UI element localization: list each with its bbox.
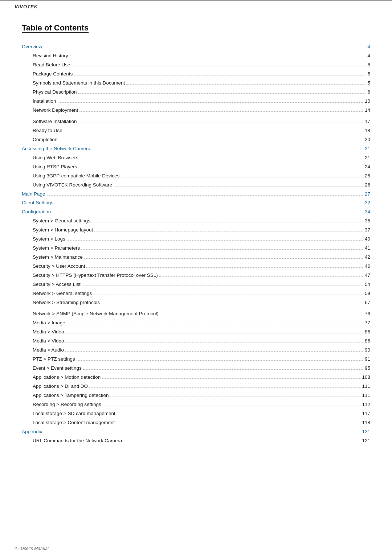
- toc-entry-page: 40: [365, 235, 370, 244]
- toc-entry-text[interactable]: Overview: [22, 42, 42, 52]
- toc-entry-text[interactable]: Main Page: [22, 190, 45, 199]
- toc-entry-dots: [77, 360, 363, 361]
- toc-entry-text: PTZ > PTZ settings: [33, 355, 75, 364]
- toc-entry: Completion20: [22, 135, 370, 144]
- toc-entry: Appendix121: [22, 427, 370, 436]
- toc-entry-dots: [65, 342, 363, 342]
- toc-entry-text: System > Homepage layout: [33, 226, 93, 235]
- toc-entry-text: Network Deployment: [33, 106, 78, 115]
- toc-entry-text: Using 3GPP-compatible Mobile Devices: [33, 172, 119, 181]
- toc-entry: Local storage > Content management118: [22, 418, 370, 427]
- toc-entry: Local storage > SD card management117: [22, 409, 370, 418]
- toc-entry: Using Web Browsers21: [22, 153, 370, 163]
- toc-entry: Network > General settings59: [22, 289, 370, 298]
- toc-entry: Using 3GPP-compatible Mobile Devices25: [22, 172, 370, 181]
- toc-entry-page: 67: [365, 298, 370, 307]
- toc-entry-text[interactable]: Appendix: [22, 427, 42, 436]
- toc-entry-page: 41: [365, 244, 370, 253]
- toc-entry: Configuration34: [22, 208, 370, 217]
- toc-entry-dots: [83, 369, 363, 370]
- toc-entry-page: 85: [365, 328, 370, 337]
- toc-entry-dots: [44, 433, 360, 433]
- toc-entry-dots: [74, 75, 366, 75]
- toc-entry-dots: [67, 324, 363, 324]
- toc-entry-page: 111: [362, 391, 370, 400]
- toc-entry-page: 111: [362, 382, 370, 391]
- toc-entry-page: 59: [365, 289, 370, 298]
- toc-entry-page: 5: [367, 79, 370, 88]
- toc-entry: Symbols and Statements in this Document5: [22, 79, 370, 88]
- toc-entry-text[interactable]: Accessing the Network Camera: [22, 144, 90, 153]
- toc-entry-page: 25: [365, 172, 370, 181]
- toc-entry-dots: [78, 93, 366, 94]
- toc-entry-text: Recording > Recording settings: [33, 400, 101, 409]
- toc-entry-text: Using VIVOTEK Recording Software: [33, 181, 112, 190]
- toc-entry-dots: [160, 315, 363, 315]
- toc-entry: Media > Audio90: [22, 346, 370, 355]
- toc-entry-dots: [117, 415, 361, 415]
- toc-entry: System > Maintenance42: [22, 253, 370, 262]
- toc-entry: Accessing the Network Camera21: [22, 144, 370, 153]
- toc-entry: Revision History4: [22, 52, 370, 61]
- toc-entry-page: 24: [365, 163, 370, 172]
- toc-entry: Media > Video86: [22, 337, 370, 346]
- toc-entry-text: Revision History: [33, 52, 68, 61]
- toc-entry-dots: [159, 276, 363, 277]
- toc-entry-page: 76: [365, 309, 370, 319]
- toc-entry-page: 35: [365, 217, 370, 226]
- toc-entry-text: Applications > DI and DO: [33, 382, 88, 391]
- toc-entry-text: Event > Event settings: [33, 364, 82, 373]
- toc-entry-page: 117: [362, 409, 370, 418]
- toc-entry-page: 121: [362, 436, 370, 446]
- toc-entry: System > Logs40: [22, 235, 370, 244]
- toc-entry-page: 20: [365, 135, 370, 144]
- toc-entry-dots: [78, 123, 363, 123]
- toc-entry-page: 6: [367, 88, 370, 97]
- toc-entry: Event > Event settings95: [22, 364, 370, 373]
- toc-entry-text: Network > SNMP (Simple Network Managemen…: [33, 309, 159, 319]
- toc-entry-dots: [126, 84, 366, 85]
- toc-entry: Network Deployment14: [22, 106, 370, 115]
- toc-entry: Using RTSP Players24: [22, 163, 370, 172]
- toc-entry-page: 34: [365, 208, 370, 217]
- toc-entry-page: 46: [365, 262, 370, 271]
- toc-entry-page: 90: [365, 346, 370, 355]
- toc-entry-dots: [79, 111, 363, 112]
- toc-entry: System > General settings35: [22, 217, 370, 226]
- toc-entry-dots: [94, 231, 363, 231]
- toc-entry-dots: [70, 57, 366, 57]
- toc-entry-text[interactable]: Configuration: [22, 208, 51, 217]
- toc-entry-dots: [59, 141, 363, 141]
- footer: 2 - User's Manual: [0, 543, 392, 554]
- toc-entry-page: 32: [365, 198, 370, 208]
- toc-entry-dots: [123, 442, 360, 442]
- toc-entry-text: Media > Video: [33, 337, 64, 346]
- toc-entry-dots: [121, 177, 363, 177]
- toc-entry-page: 21: [365, 153, 370, 163]
- toc-entry: System > Homepage layout37: [22, 226, 370, 235]
- toc-entry-page: 18: [365, 126, 370, 135]
- toc-entry-text: System > Maintenance: [33, 253, 83, 262]
- toc-entry-text: Installation: [33, 97, 56, 106]
- brand-header: VIVOTEK: [0, 0, 392, 12]
- toc-entry: Security > User Account46: [22, 262, 370, 271]
- toc-entry-dots: [65, 351, 363, 352]
- toc-entry-dots: [103, 406, 361, 406]
- toc-entry: Applications > DI and DO111: [22, 382, 370, 391]
- toc-entry-text: Software Installation: [33, 117, 77, 126]
- toc-entry-text[interactable]: Client Settings: [22, 198, 53, 208]
- toc-entry-dots: [72, 66, 366, 66]
- toc-entry: Network > Streaming protocols67: [22, 298, 370, 307]
- toc-entry-page: 112: [362, 400, 370, 409]
- toc-entry-text: Network > Streaming protocols: [33, 298, 100, 307]
- toc-entry: Security > HTTPS (Hypertext Transfer Pro…: [22, 271, 370, 280]
- toc-entry: Network > SNMP (Simple Network Managemen…: [22, 309, 370, 319]
- toc-entry: Main Page27: [22, 190, 370, 199]
- toc-entry-page: 27: [365, 190, 370, 199]
- toc-entry-page: 47: [365, 271, 370, 280]
- toc-entry: Media > Video85: [22, 328, 370, 337]
- toc-entry-page: 10: [365, 97, 370, 106]
- toc-entry-text: System > General settings: [33, 217, 90, 226]
- toc-entry-text: Read Before Use: [33, 61, 70, 70]
- toc-title-underline: [22, 35, 370, 35]
